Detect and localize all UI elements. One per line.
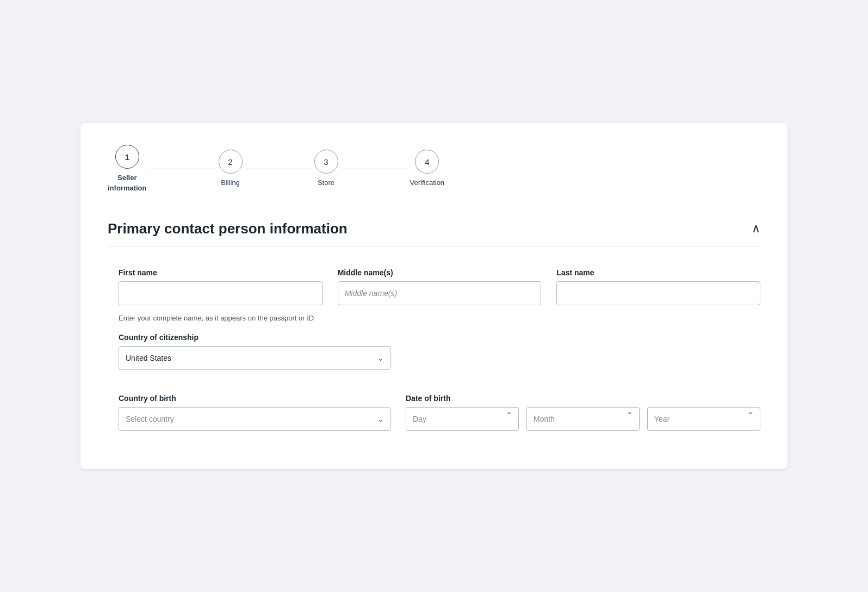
collapse-icon[interactable]: ∧ xyxy=(752,223,760,235)
step-1-circle: 1 xyxy=(115,145,139,169)
dob-year-select[interactable]: Year 200019991998 199019801970 19601950 xyxy=(647,407,760,431)
form-area: First name Middle name(s) Last name Ente… xyxy=(108,263,760,436)
last-name-label: Last name xyxy=(556,268,760,277)
country-citizenship-select[interactable]: United States United Kingdom Canada Aust… xyxy=(119,346,390,370)
step-4-circle: 4 xyxy=(415,150,439,174)
first-name-input[interactable] xyxy=(119,281,323,305)
step-4: 4 Verification xyxy=(410,150,445,188)
dob-month-wrapper: Month JanuaryFebruaryMarch AprilMayJune … xyxy=(526,407,640,431)
step-2-label: Billing xyxy=(221,178,240,188)
country-birth-select-wrapper: Select country United States United King… xyxy=(119,407,390,431)
country-birth-select[interactable]: Select country United States United King… xyxy=(119,407,390,431)
dob-month-select[interactable]: Month JanuaryFebruaryMarch AprilMayJune … xyxy=(526,407,640,431)
date-of-birth-group: Date of birth Day 123 456 789 101112 131… xyxy=(406,394,760,431)
step-2: 2 Billing xyxy=(219,150,243,188)
country-citizenship-label: Country of citizenship xyxy=(119,333,390,342)
dob-year-wrapper: Year 200019991998 199019801970 19601950 … xyxy=(647,407,760,431)
middle-name-group: Middle name(s) xyxy=(338,268,542,305)
dob-label: Date of birth xyxy=(406,394,760,403)
step-1-label: Sellerinformation xyxy=(108,173,147,193)
first-name-label: First name xyxy=(119,268,323,277)
stepper: 1 Sellerinformation 2 Billing 3 Store xyxy=(108,145,760,193)
page-container: 1 Sellerinformation 2 Billing 3 Store xyxy=(80,123,788,468)
name-row: First name Middle name(s) Last name xyxy=(119,268,760,305)
first-name-group: First name xyxy=(119,268,323,305)
step-3-label: Store xyxy=(318,178,334,188)
step-line-1 xyxy=(150,169,215,169)
step-2-circle: 2 xyxy=(219,150,243,174)
section-title: Primary contact person information xyxy=(108,220,348,237)
middle-name-input[interactable] xyxy=(338,281,542,305)
name-hint: Enter your complete name, as it appears … xyxy=(119,314,760,322)
step-line-2 xyxy=(246,169,311,169)
step-line-3 xyxy=(342,169,407,169)
last-name-input[interactable] xyxy=(556,281,760,305)
country-birth-group: Country of birth Select country United S… xyxy=(119,394,390,431)
step-1: 1 Sellerinformation xyxy=(108,145,147,193)
middle-name-label: Middle name(s) xyxy=(338,268,542,277)
country-citizenship-group: Country of citizenship United States Uni… xyxy=(119,333,390,370)
last-name-group: Last name xyxy=(556,268,760,305)
country-citizenship-select-wrapper: United States United Kingdom Canada Aust… xyxy=(119,346,390,370)
birth-row: Country of birth Select country United S… xyxy=(119,394,760,431)
step-3-circle: 3 xyxy=(314,150,338,174)
dob-selects: Day 123 456 789 101112 131415 161718 192… xyxy=(406,407,760,431)
step-4-label: Verification xyxy=(410,178,445,188)
step-3: 3 Store xyxy=(314,150,338,188)
dob-day-wrapper: Day 123 456 789 101112 131415 161718 192… xyxy=(406,407,519,431)
country-birth-label: Country of birth xyxy=(119,394,390,403)
dob-day-select[interactable]: Day 123 456 789 101112 131415 161718 192… xyxy=(406,407,519,431)
section-header: Primary contact person information ∧ xyxy=(108,220,760,246)
